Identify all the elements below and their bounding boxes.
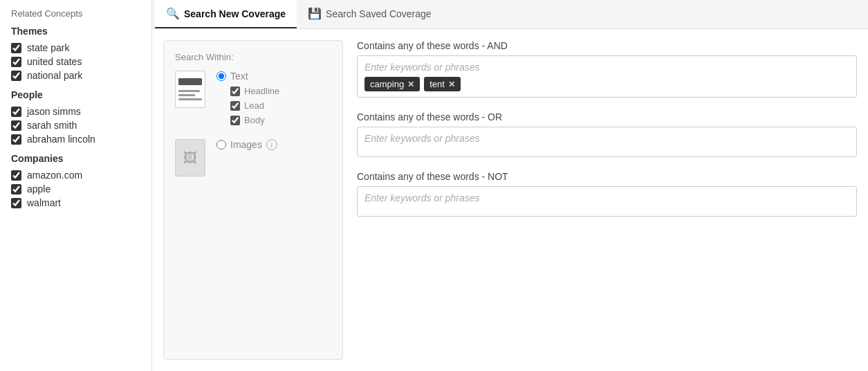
field-group-not: Contains any of these words - NOTEnter k… xyxy=(357,171,857,217)
sidebar-item[interactable]: state park xyxy=(11,41,140,55)
field-input-area-or[interactable]: Enter keywords or phrases xyxy=(357,127,857,157)
sidebar-checkbox[interactable] xyxy=(11,120,21,131)
field-input-area-not[interactable]: Enter keywords or phrases xyxy=(357,186,857,217)
search-within-label: Search Within: xyxy=(175,52,331,62)
checkbox-headline[interactable] xyxy=(230,87,240,96)
field-label-and: Contains any of these words - AND xyxy=(357,40,857,51)
sidebar-checkbox[interactable] xyxy=(11,43,21,53)
sidebar: Related Concepts Themesstate parkunited … xyxy=(0,0,152,371)
sidebar-item[interactable]: abraham lincoln xyxy=(11,132,140,146)
sidebar-checkbox[interactable] xyxy=(11,107,21,117)
sidebar-checkbox[interactable] xyxy=(11,170,21,181)
checkbox-row-body[interactable]: Body xyxy=(216,115,279,125)
sidebar-item[interactable]: jason simms xyxy=(11,105,140,118)
sidebar-section-title: People xyxy=(11,89,140,100)
field-label-or: Contains any of these words - OR xyxy=(357,111,857,123)
search-fields: Contains any of these words - ANDEnter k… xyxy=(357,40,857,360)
checkbox-label-headline: Headline xyxy=(244,86,279,96)
sidebar-item-label: jason simms xyxy=(27,106,81,117)
thumbnail-text xyxy=(175,71,205,108)
sidebar-item-label: abraham lincoln xyxy=(27,134,95,145)
field-group-and: Contains any of these words - ANDEnter k… xyxy=(357,40,857,98)
sidebar-item[interactable]: national park xyxy=(11,69,140,82)
sidebar-title: Related Concepts xyxy=(11,8,140,19)
field-input-area-and[interactable]: Enter keywords or phrasescamping✕tent✕ xyxy=(357,55,857,98)
field-placeholder-and: Enter keywords or phrases xyxy=(364,62,849,73)
checkbox-row-lead[interactable]: Lead xyxy=(216,100,279,111)
field-group-or: Contains any of these words - OREnter ke… xyxy=(357,111,857,157)
sidebar-item[interactable]: walmart xyxy=(11,196,140,210)
tags-row-and: camping✕tent✕ xyxy=(364,77,849,91)
sidebar-item-label: amazon.com xyxy=(27,170,82,181)
checkbox-label-body: Body xyxy=(244,115,265,125)
image-placeholder-icon: 🖼 xyxy=(183,150,197,166)
tab-bar: 🔍Search New Coverage💾Search Saved Covera… xyxy=(152,0,868,29)
sidebar-checkbox[interactable] xyxy=(11,71,21,81)
save-icon: 💾 xyxy=(308,7,322,20)
sidebar-item-label: walmart xyxy=(27,197,61,208)
tag-close-button[interactable]: ✕ xyxy=(448,80,455,89)
field-placeholder-or: Enter keywords or phrases xyxy=(364,133,849,144)
sidebar-item[interactable]: amazon.com xyxy=(11,168,140,182)
radio-images[interactable] xyxy=(216,140,226,150)
checkbox-lead[interactable] xyxy=(230,101,240,111)
tab-label: Search New Coverage xyxy=(184,8,286,19)
sidebar-section-title: Themes xyxy=(11,26,140,37)
tab-saved[interactable]: 💾Search Saved Coverage xyxy=(297,0,443,28)
search-option-images: 🖼Imagesi xyxy=(175,139,331,177)
tab-label: Search Saved Coverage xyxy=(326,8,432,19)
content-area: Search Within: TextHeadlineLeadBody🖼Imag… xyxy=(152,29,868,371)
tag-text: tent xyxy=(430,79,445,89)
sidebar-item[interactable]: sarah smith xyxy=(11,118,140,132)
sidebar-section-title: Companies xyxy=(11,153,140,164)
search-option-text: TextHeadlineLeadBody xyxy=(175,71,331,125)
tag-camping[interactable]: camping✕ xyxy=(364,77,420,91)
checkbox-row-headline[interactable]: Headline xyxy=(216,86,279,96)
sidebar-item-label: united states xyxy=(27,56,82,67)
tab-new[interactable]: 🔍Search New Coverage xyxy=(155,0,297,28)
sidebar-item[interactable]: apple xyxy=(11,182,140,196)
thumbnail-images: 🖼 xyxy=(175,139,205,177)
sidebar-item-label: sarah smith xyxy=(27,120,77,131)
field-placeholder-not: Enter keywords or phrases xyxy=(364,192,849,203)
tag-tent[interactable]: tent✕ xyxy=(424,77,461,91)
radio-row-images[interactable]: Imagesi xyxy=(216,139,277,150)
option-controls-images: Imagesi xyxy=(216,139,277,150)
sidebar-item[interactable]: united states xyxy=(11,55,140,69)
sidebar-checkbox[interactable] xyxy=(11,198,21,208)
tag-text: camping xyxy=(370,79,404,89)
radio-text[interactable] xyxy=(216,71,226,81)
sidebar-checkbox[interactable] xyxy=(11,184,21,194)
tag-close-button[interactable]: ✕ xyxy=(407,80,414,89)
sidebar-checkbox[interactable] xyxy=(11,134,21,145)
field-label-not: Contains any of these words - NOT xyxy=(357,171,857,182)
main-content: 🔍Search New Coverage💾Search Saved Covera… xyxy=(152,0,868,371)
info-icon[interactable]: i xyxy=(266,139,277,150)
sidebar-checkbox[interactable] xyxy=(11,57,21,67)
sidebar-item-label: state park xyxy=(27,42,69,53)
option-controls-text: TextHeadlineLeadBody xyxy=(216,71,279,125)
checkbox-body[interactable] xyxy=(230,116,240,125)
search-within-panel: Search Within: TextHeadlineLeadBody🖼Imag… xyxy=(163,40,343,360)
sidebar-item-label: national park xyxy=(27,70,82,81)
radio-row-text[interactable]: Text xyxy=(216,71,279,82)
sidebar-item-label: apple xyxy=(27,183,50,194)
search-icon: 🔍 xyxy=(166,7,180,20)
radio-label-images: Images xyxy=(230,139,262,150)
radio-label-text: Text xyxy=(230,71,248,82)
checkbox-label-lead: Lead xyxy=(244,100,264,111)
